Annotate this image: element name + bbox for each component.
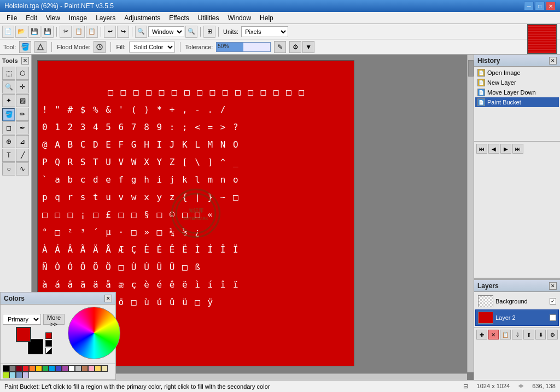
new-button[interactable]: 📄 — [2, 26, 14, 38]
palette-blue[interactable] — [49, 365, 55, 372]
tool-paintbrush[interactable]: ✏ — [16, 108, 29, 121]
units-select[interactable]: Pixels Inches Centimeters — [241, 26, 288, 37]
history-close-button[interactable]: ✕ — [549, 57, 557, 65]
merge-layer-button[interactable]: ⇩ — [512, 330, 523, 340]
extra-btn2[interactable]: ▼ — [302, 41, 314, 53]
save-all-button[interactable]: 💾 — [42, 26, 54, 38]
history-item-movelayer[interactable]: 📄 Move Layer Down — [475, 87, 559, 97]
menu-help[interactable]: Help — [255, 13, 278, 23]
palette-steelblue[interactable] — [16, 372, 22, 378]
add-layer-button[interactable]: ✚ — [476, 330, 487, 340]
menu-effects[interactable]: Effects — [165, 13, 193, 23]
color-wheel[interactable] — [68, 307, 120, 359]
tool-magic-wand[interactable]: ✦ — [2, 94, 15, 107]
history-item-open[interactable]: 📄 Open Image — [475, 68, 559, 78]
tool-recolor[interactable]: ⊿ — [16, 135, 29, 148]
tool-pencil[interactable]: ✒ — [16, 121, 29, 134]
primary-secondary-select[interactable]: Primary Secondary — [3, 314, 41, 325]
palette-darkred[interactable] — [16, 365, 22, 372]
tool-select-lasso[interactable]: ⬡ — [16, 67, 29, 80]
menu-edit[interactable]: Edit — [21, 13, 42, 23]
palette-white[interactable] — [68, 365, 75, 372]
history-last-button[interactable]: ⏭ — [512, 144, 523, 154]
palette-lime[interactable] — [3, 372, 9, 378]
tool-eraser[interactable]: ◻ — [2, 121, 15, 134]
save-button[interactable]: 💾 — [28, 26, 40, 38]
history-first-button[interactable]: ⏮ — [476, 144, 487, 154]
more-colors-button[interactable]: More >> — [43, 314, 65, 325]
tool-paintbucket[interactable]: 🪣 — [2, 108, 15, 121]
layer-up-button[interactable]: ⬆ — [523, 330, 534, 340]
zoom-in-button[interactable]: 🔍 — [185, 26, 197, 38]
menu-view[interactable]: View — [42, 13, 65, 23]
mini-primary[interactable] — [45, 332, 52, 339]
palette-lightyellow[interactable] — [95, 365, 101, 372]
tool-line[interactable]: ╱ — [16, 149, 29, 162]
minimize-button[interactable]: ─ — [524, 2, 534, 10]
palette-black[interactable] — [3, 365, 9, 372]
delete-layer-button[interactable]: ✕ — [488, 330, 499, 340]
history-prev-button[interactable]: ◀ — [488, 144, 499, 154]
history-item-bucket[interactable]: 📄 Paint Bucket — [475, 97, 559, 107]
layers-close-button[interactable]: ✕ — [549, 282, 557, 290]
palette-orange[interactable] — [29, 365, 36, 372]
palette-purple[interactable] — [62, 365, 68, 372]
palette-lightgray[interactable] — [75, 365, 81, 372]
tolerance-edit-icon[interactable]: ✎ — [274, 41, 286, 53]
tool-clone-stamp[interactable]: ⊕ — [2, 135, 15, 148]
palette-lavender[interactable] — [22, 372, 29, 378]
color-wheel-container[interactable] — [68, 307, 120, 361]
menu-adjustments[interactable]: Adjustments — [120, 13, 165, 23]
menu-window[interactable]: Window — [223, 13, 255, 23]
tool-gradient[interactable]: ▨ — [16, 94, 29, 107]
reset-colors-icon[interactable] — [45, 348, 52, 354]
layer-item-background[interactable]: Background ✓ — [475, 293, 559, 309]
tool-text[interactable]: T — [2, 149, 15, 162]
grid-button[interactable]: ⊞ — [203, 26, 215, 38]
zoom-out-button[interactable]: 🔍 — [135, 26, 147, 38]
layer2-visible[interactable]: ✓ — [550, 314, 556, 321]
palette-lightblue[interactable] — [9, 372, 16, 378]
tools-panel-close[interactable]: ✕ — [21, 57, 29, 65]
tool-select-rect[interactable]: ⬚ — [2, 67, 15, 80]
history-item-newlayer[interactable]: 📄 New Layer — [475, 78, 559, 87]
history-next-button[interactable]: ▶ — [500, 144, 511, 154]
menu-file[interactable]: File — [2, 13, 21, 23]
palette-gray[interactable] — [9, 365, 16, 372]
copy-button[interactable]: 📋 — [73, 26, 85, 38]
colors-close-button[interactable]: ✕ — [104, 295, 112, 302]
cut-button[interactable]: ✂ — [60, 26, 72, 38]
layer-props-button[interactable]: ⚙ — [547, 330, 558, 340]
tool-move[interactable]: ✛ — [16, 80, 29, 93]
palette-green[interactable] — [42, 365, 49, 372]
close-button[interactable]: ✕ — [546, 2, 556, 10]
paste-button[interactable]: 📋 — [86, 26, 98, 38]
scrollbar-thumb[interactable] — [468, 60, 474, 77]
open-button[interactable]: 📂 — [15, 26, 27, 38]
extra-btn1[interactable]: ⚙ — [289, 41, 301, 53]
vertical-scrollbar[interactable] — [467, 55, 474, 372]
palette-darkblue[interactable] — [55, 365, 62, 372]
zoom-select[interactable]: Window 100% 62% — [148, 26, 184, 37]
tool-freeform[interactable]: ∿ — [16, 162, 29, 175]
primary-color-swatch[interactable] — [16, 327, 31, 342]
palette-red[interactable] — [22, 365, 29, 372]
maximize-button[interactable]: □ — [535, 2, 545, 10]
palette-brown[interactable] — [81, 365, 88, 372]
palette-pink[interactable] — [88, 365, 95, 372]
redo-button[interactable]: ↪ — [117, 26, 129, 38]
layer-item-layer2[interactable]: Layer 2 ✓ — [475, 309, 559, 326]
palette-cream[interactable] — [101, 365, 108, 372]
tool-shapes[interactable]: ○ — [2, 162, 15, 175]
menu-image[interactable]: Image — [65, 13, 91, 23]
undo-button[interactable]: ↩ — [104, 26, 116, 38]
duplicate-layer-button[interactable]: 📋 — [500, 330, 511, 340]
menu-utilities[interactable]: Utilities — [194, 13, 224, 23]
tool-zoom[interactable]: 🔍 — [2, 80, 15, 93]
layer-down-button[interactable]: ⬇ — [535, 330, 546, 340]
layer-background-visible[interactable]: ✓ — [550, 298, 556, 305]
mini-secondary[interactable] — [45, 340, 52, 347]
palette-yellow[interactable] — [36, 365, 42, 372]
fill-select[interactable]: Solid Color Pattern — [129, 42, 175, 52]
menu-layers[interactable]: Layers — [91, 13, 120, 23]
